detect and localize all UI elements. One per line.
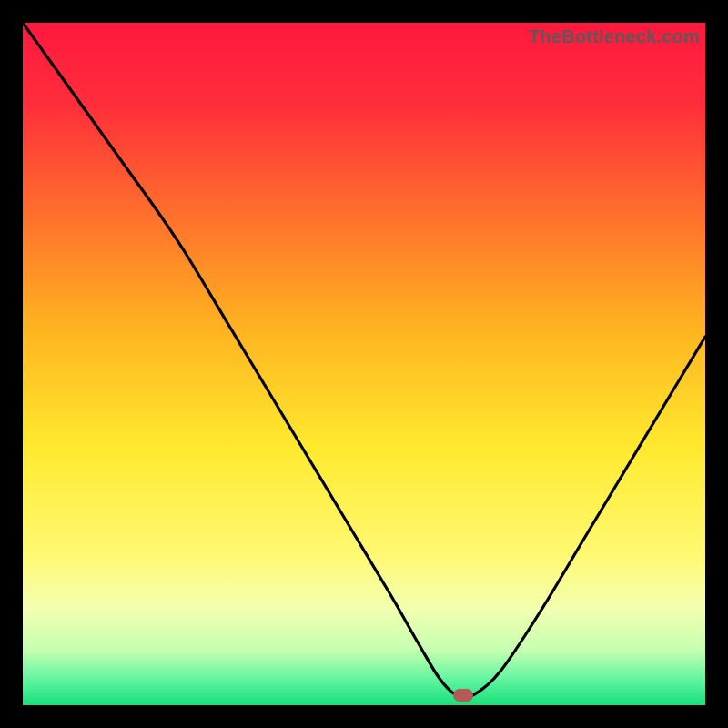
plot-area: TheBottleneck.com bbox=[23, 23, 705, 705]
optimum-marker bbox=[453, 689, 473, 702]
chart-frame: TheBottleneck.com bbox=[0, 0, 728, 728]
bottleneck-curve bbox=[23, 23, 705, 705]
